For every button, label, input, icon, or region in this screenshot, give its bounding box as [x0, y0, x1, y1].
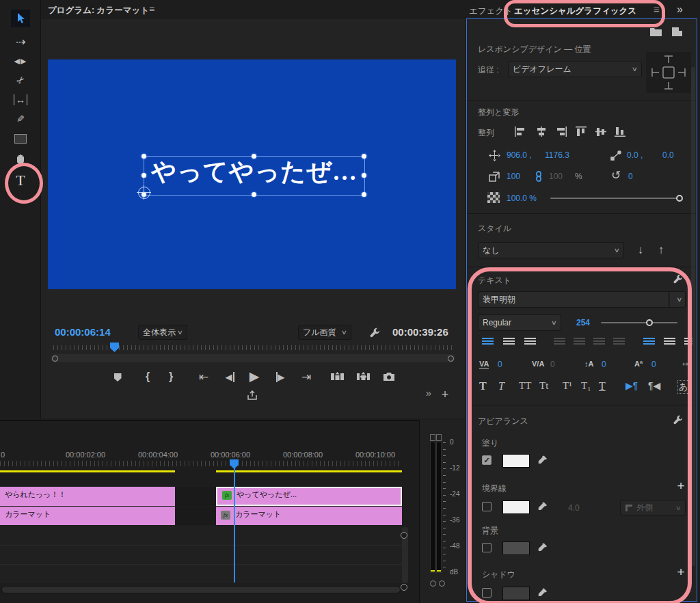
- lift-button[interactable]: [329, 370, 345, 384]
- kerning-value[interactable]: 0: [550, 360, 555, 369]
- faux-bold-button[interactable]: T: [479, 380, 487, 392]
- align-right-button[interactable]: [554, 125, 568, 137]
- playback-quality-select[interactable]: フル画質 ∨: [298, 325, 351, 340]
- apply-style-down-button[interactable]: ↓: [634, 242, 647, 258]
- stroke-checkbox[interactable]: [482, 502, 492, 511]
- opacity-control[interactable]: [487, 192, 500, 203]
- add-shadow-button[interactable]: +: [675, 566, 687, 578]
- clip-colormatte-left[interactable]: カラーマット: [0, 507, 175, 525]
- more-panels-chevron[interactable]: »: [422, 386, 435, 399]
- anchor-x-value[interactable]: 0.0 ,: [627, 150, 643, 160]
- scale-y-value[interactable]: 100: [549, 172, 563, 181]
- tab-essential-graphics[interactable]: エッセンシャルグラフィックス: [514, 5, 636, 17]
- font-style-select[interactable]: Regular ∨: [478, 314, 561, 331]
- font-size-slider[interactable]: [601, 322, 677, 323]
- justify-last-left-button[interactable]: [554, 338, 565, 346]
- pen-tool-button[interactable]: ✎: [11, 111, 30, 126]
- v-scroll-bottom-handle[interactable]: [401, 584, 407, 591]
- follow-select[interactable]: ビデオフレーム ∨: [508, 61, 642, 77]
- scrollbar-right-handle[interactable]: [448, 356, 454, 362]
- current-timecode[interactable]: 00:00:06:14: [55, 326, 111, 338]
- shadow-color-swatch[interactable]: [502, 587, 530, 600]
- program-scrollbar[interactable]: [51, 354, 455, 362]
- align-top-button[interactable]: [574, 125, 588, 137]
- timeline-ruler[interactable]: [0, 461, 402, 466]
- rectangle-tool-button[interactable]: [11, 131, 30, 146]
- tate-chu-yoko-button[interactable]: あ: [677, 380, 689, 394]
- position-x-value[interactable]: 906.0 ,: [507, 150, 532, 160]
- baseline-shift-control[interactable]: Aª: [634, 360, 643, 368]
- scale-x-value[interactable]: 100: [507, 172, 520, 181]
- fill-color-swatch[interactable]: [502, 454, 530, 468]
- mark-out-button[interactable]: }: [165, 370, 176, 384]
- text-selection-box[interactable]: やってやったぜ…: [144, 156, 365, 196]
- opacity-slider[interactable]: [550, 198, 680, 199]
- position-control[interactable]: [487, 149, 501, 161]
- opacity-slider-handle[interactable]: [676, 195, 683, 202]
- clip-yatteyattaze[interactable]: fx やってやったぜ...: [216, 487, 402, 506]
- stroke-eyedropper-button[interactable]: [537, 500, 548, 513]
- export-button[interactable]: [245, 388, 260, 402]
- font-size-slider-handle[interactable]: [646, 319, 653, 326]
- selection-tool-button[interactable]: [11, 10, 30, 27]
- faux-italic-button[interactable]: T: [498, 380, 504, 392]
- rotation-value[interactable]: 0: [628, 172, 633, 181]
- v-scroll-top-handle[interactable]: [401, 532, 407, 539]
- h-scroll-thumb[interactable]: [2, 587, 400, 593]
- more-tabs-chevron[interactable]: »: [677, 3, 683, 16]
- font-size-value[interactable]: 254: [576, 318, 590, 327]
- handle-top-left[interactable]: [142, 154, 146, 159]
- add-marker-button[interactable]: [111, 371, 124, 384]
- subscript-button[interactable]: T₁: [581, 380, 591, 392]
- text-options-wrench-button[interactable]: [672, 273, 684, 284]
- extract-button[interactable]: [355, 370, 371, 384]
- ltr-paragraph-button[interactable]: ▶¶: [625, 380, 638, 391]
- handle-bottom-right[interactable]: [362, 192, 366, 197]
- track-select-forward-tool-button[interactable]: ⇢: [11, 34, 30, 49]
- apply-style-up-button[interactable]: ↑: [654, 242, 668, 258]
- stroke-color-swatch[interactable]: [502, 500, 530, 514]
- justify-last-center-button[interactable]: [574, 338, 585, 346]
- clip-yararetaa[interactable]: やられたっっ！！: [0, 487, 175, 506]
- handle-mid-left[interactable]: [142, 173, 146, 178]
- handle-bottom-center[interactable]: [252, 192, 256, 197]
- go-to-out-button[interactable]: ⇥: [299, 370, 313, 384]
- settings-wrench-button[interactable]: [368, 325, 381, 340]
- anchor-y-value[interactable]: 0.0: [662, 150, 674, 160]
- go-to-in-button[interactable]: ⇤: [197, 370, 211, 384]
- add-stroke-button[interactable]: +: [675, 480, 687, 492]
- video-preview[interactable]: やってやったぜ…: [48, 59, 456, 289]
- program-playhead[interactable]: [110, 343, 119, 352]
- add-button-editor[interactable]: +: [439, 388, 451, 401]
- shadow-eyedropper-button[interactable]: [537, 587, 548, 599]
- appearance-wrench-button[interactable]: [672, 414, 684, 425]
- superscript-button[interactable]: T¹: [563, 380, 572, 392]
- scrollbar-left-handle[interactable]: [52, 356, 58, 362]
- tab-effects[interactable]: エフェクト: [469, 5, 513, 17]
- panel-menu-icon[interactable]: ≡: [654, 3, 660, 15]
- background-color-swatch[interactable]: [502, 541, 530, 555]
- justify-all-button[interactable]: [613, 338, 625, 346]
- fill-checkbox[interactable]: ✓: [482, 455, 492, 465]
- scale-control[interactable]: [487, 170, 501, 183]
- align-center-h-button[interactable]: [535, 125, 548, 137]
- new-layer-button[interactable]: [670, 26, 684, 37]
- leading-value[interactable]: 0: [602, 360, 606, 369]
- slip-tool-button[interactable]: ↔: [11, 92, 30, 107]
- play-button[interactable]: ▶: [246, 368, 262, 384]
- razor-tool-button[interactable]: ✂: [8, 68, 32, 92]
- rtl-paragraph-button[interactable]: ¶◀: [648, 380, 660, 391]
- step-forward-button[interactable]: ▶: [273, 370, 287, 384]
- distribute-control[interactable]: ⇿: [682, 360, 688, 368]
- tracking-control[interactable]: VA: [479, 360, 489, 368]
- solo-left-button[interactable]: [430, 580, 436, 587]
- justify-last-right-button[interactable]: [593, 338, 605, 346]
- align-text-right-button[interactable]: [524, 338, 536, 346]
- step-back-button[interactable]: ◀: [223, 370, 237, 384]
- align-text-middle-button[interactable]: [664, 338, 675, 346]
- leading-control[interactable]: ↕A: [584, 360, 593, 368]
- export-frame-button[interactable]: [381, 370, 396, 384]
- all-caps-button[interactable]: TT: [519, 380, 531, 392]
- small-caps-button[interactable]: Tt: [539, 380, 548, 392]
- shadow-checkbox[interactable]: [482, 588, 492, 598]
